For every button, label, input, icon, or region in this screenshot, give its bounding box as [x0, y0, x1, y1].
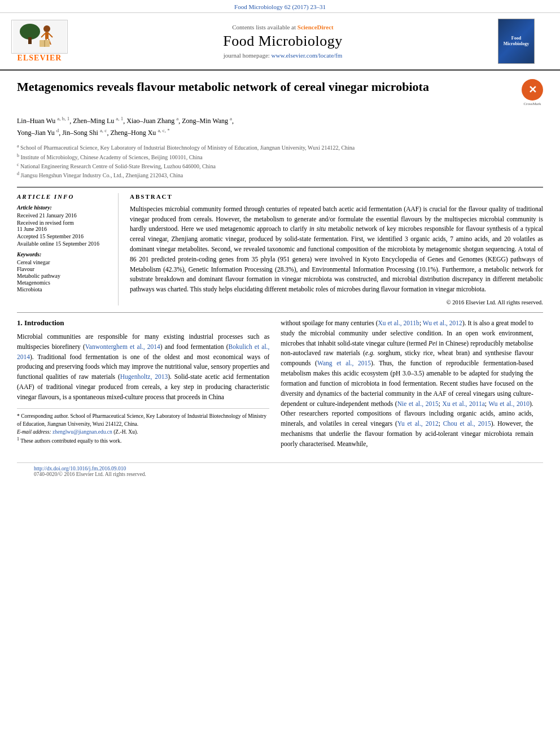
footnote-equal: 1 These authors contributed equally to t…	[17, 436, 269, 445]
journal-homepage-line: journal homepage: www.elsevier.com/locat…	[68, 52, 498, 59]
ref-xu2011b[interactable]: Xu et al., 2011b	[378, 320, 419, 326]
body-left-column: 1. Introduction Microbial communities ar…	[17, 318, 269, 454]
received-date: Received 21 January 2016	[17, 212, 110, 219]
article-info-abstract-section: ARTICLE INFO Article history: Received 2…	[17, 187, 543, 305]
sciencedirect-link[interactable]: ScienceDirect	[298, 24, 334, 30]
body-right-column: without spoilage for many centuries (Xu …	[281, 318, 533, 454]
article-info-heading: ARTICLE INFO	[17, 193, 110, 200]
journal-ref-text: Food Microbiology 62 (2017) 23–31	[234, 3, 326, 10]
footnote-email: E-mail address: zhenglwu@jiangnan.edu.cn…	[17, 428, 269, 436]
svg-rect-2	[28, 37, 32, 44]
elsevier-logo-image	[11, 20, 68, 54]
affiliation-c: c National Engineering Research Centre o…	[17, 161, 543, 171]
copyright-line: © 2016 Elsevier Ltd. All rights reserved…	[130, 299, 543, 305]
ref-wu2010[interactable]: Wu et al., 2010	[488, 400, 530, 407]
email-link[interactable]: zhenglwu@jiangnan.edu.cn	[53, 429, 112, 435]
ref-chou2015[interactable]: Chou et al., 2015	[443, 420, 491, 427]
keywords-section: Keywords: Cereal vinegar Flavour Metabol…	[17, 251, 110, 292]
journal-title: Food Microbiology	[68, 33, 498, 50]
article-info-panel: ARTICLE INFO Article history: Received 2…	[17, 193, 119, 305]
keyword-4: Metagenomics	[17, 279, 110, 286]
elsevier-text: ELSEVIER	[18, 54, 62, 63]
journal-header: ELSEVIER Contents lists available at Sci…	[0, 13, 560, 71]
affiliation-d: d Jiangsu Hengshun Vinegar Industry Co.,…	[17, 171, 543, 180]
doi-link[interactable]: http://dx.doi.org/10.1016/j.fm.2016.09.0…	[34, 466, 126, 471]
elsevier-logo-svg	[13, 20, 67, 53]
ref-yu2012[interactable]: Yu et al., 2012	[397, 420, 439, 427]
elsevier-logo-section: ELSEVIER	[11, 20, 68, 63]
ref-vanwonterghem[interactable]: Vanwonterghem et al., 2014	[85, 343, 160, 350]
body-content: 1. Introduction Microbial communities ar…	[17, 318, 543, 454]
homepage-link[interactable]: www.elsevier.com/locate/fm	[272, 52, 343, 59]
sciencedirect-line: Contents lists available at ScienceDirec…	[68, 24, 498, 30]
main-content: Metagenomics reveals flavour metabolic n…	[0, 71, 560, 488]
intro-paragraph-2: without spoilage for many centuries (Xu …	[281, 318, 533, 449]
abstract-text: Multispecies microbial community formed …	[130, 204, 543, 295]
sciencedirect-prefix: Contents lists available at	[232, 24, 296, 30]
svg-point-3	[43, 25, 50, 32]
ref-wang2015[interactable]: Wang et al., 2015	[317, 360, 371, 366]
authors-line: Lin–Huan Wu a, b, 1, Zhen–Ming Lu a, 1, …	[17, 115, 543, 138]
abstract-heading: ABSTRACT	[130, 193, 543, 200]
article-title-section: Metagenomics reveals flavour metabolic n…	[17, 79, 543, 109]
journal-reference-bar: Food Microbiology 62 (2017) 23–31	[0, 0, 560, 13]
keyword-1: Cereal vinegar	[17, 259, 110, 265]
affiliations: a School of Pharmaceutical Science, Key …	[17, 143, 543, 180]
keyword-3: Metabolic pathway	[17, 273, 110, 279]
journal-cover-section: Food Microbiology	[498, 19, 549, 64]
footnote-section: * Corresponding author. School of Pharma…	[17, 408, 269, 445]
keyword-2: Flavour	[17, 266, 110, 272]
svg-point-1	[20, 24, 40, 40]
crossmark-label: CrossMark	[523, 102, 541, 106]
section-divider	[17, 312, 543, 313]
svg-rect-4	[45, 32, 49, 39]
ref-wu2012[interactable]: Wu et al., 2012	[423, 320, 462, 326]
issn-line: 0740-0020/© 2016 Elsevier Ltd. All right…	[34, 471, 526, 477]
svg-rect-0	[13, 20, 67, 53]
keywords-label: Keywords:	[17, 251, 110, 257]
affiliation-a: a School of Pharmaceutical Science, Key …	[17, 143, 543, 152]
intro-paragraph-1: Microbial communities are responsible fo…	[17, 332, 269, 403]
crossmark-badge[interactable]: ✕ CrossMark	[522, 79, 543, 106]
crossmark-icon: ✕	[522, 79, 543, 101]
ref-xu2011a[interactable]: Xu et al., 2011a	[443, 400, 485, 407]
affiliation-b: b Institute of Microbiology, Chinese Aca…	[17, 152, 543, 161]
ref-nie2015[interactable]: Nie et al., 2015	[397, 400, 439, 407]
page-container: Food Microbiology 62 (2017) 23–31	[0, 0, 560, 747]
received-revised-date: Received in revised form11 June 2016	[17, 220, 110, 232]
history-label: Article history:	[17, 204, 110, 211]
header-center: Contents lists available at ScienceDirec…	[68, 24, 498, 59]
introduction-heading: 1. Introduction	[17, 318, 269, 327]
journal-cover-image: Food Microbiology	[498, 19, 535, 64]
article-title: Metagenomics reveals flavour metabolic n…	[17, 79, 522, 95]
ref-hugenholtz[interactable]: Hugenholtz, 2013	[120, 373, 168, 380]
homepage-prefix: journal homepage:	[224, 52, 270, 59]
doi-line: http://dx.doi.org/10.1016/j.fm.2016.09.0…	[34, 466, 526, 471]
accepted-date: Accepted 15 September 2016	[17, 233, 110, 239]
abstract-section: ABSTRACT Multispecies microbial communit…	[130, 193, 543, 305]
footnote-corresponding: * Corresponding author. School of Pharma…	[17, 412, 269, 429]
bottom-bar: http://dx.doi.org/10.1016/j.fm.2016.09.0…	[17, 462, 543, 480]
keyword-5: Microbiota	[17, 286, 110, 292]
available-date: Available online 15 September 2016	[17, 241, 110, 247]
